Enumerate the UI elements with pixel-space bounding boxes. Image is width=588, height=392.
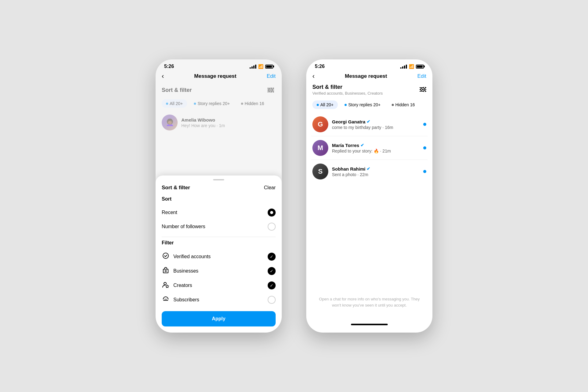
filter-businesses-row[interactable]: Businesses ✓ [162,264,276,278]
filter-verified-check[interactable]: ✓ [268,253,276,261]
svg-rect-7 [163,269,168,273]
message-item-sobhan[interactable]: S Sobhan Rahimi ✔ Sent a photo · 22m [311,160,428,183]
msg-preview-georgi: come to my birthday party · 16m [332,125,420,130]
svg-point-9 [164,282,166,285]
filter-sliders-icon-right [420,87,426,92]
svg-point-15 [424,90,425,92]
sf-subtitle-right: Verified accounts, Businesses, Creators [312,91,383,96]
tab-all-right[interactable]: All 20+ [312,100,338,109]
sheet-header: Sort & filter Clear [162,185,276,191]
nav-title-left: Message request [194,73,236,79]
svg-point-5 [271,91,273,92]
verified-badge-maria: ✔ [360,143,364,148]
tab-label-story-left: Story replies 20+ [198,101,230,106]
message-item-amelia[interactable]: 👩🏾‍🦱 Amelia Wibowo Hey! How are you · 1m [162,111,276,134]
battery-icon-left [265,65,273,69]
nav-title-right: Message request [345,73,387,79]
sort-followers-label: Number of followers [162,224,205,229]
msg-body-maria: María Torres ✔ Replied to your story: 🔥 … [332,143,420,153]
tab-label-hidden-right: Hidden 16 [395,102,415,107]
apply-button[interactable]: Apply [162,311,276,326]
filter-businesses-label: Businesses [162,267,198,275]
nav-bar-left: ‹ Message request Edit [156,71,282,83]
filter-icon-btn-left[interactable] [266,85,276,95]
tab-story-left[interactable]: Story replies 20+ [190,99,234,108]
unread-dot-maria [423,146,426,149]
tab-dot-all-right [317,104,319,106]
status-icons-left: 📶 [250,64,273,69]
svg-point-13 [424,87,425,89]
svg-point-14 [420,89,422,90]
filter-section-label: Filter [162,240,276,246]
left-phone: 5:26 📶 ‹ Message request Edit Sort & fil… [156,59,282,333]
home-bar-right [351,324,388,325]
back-button-right[interactable]: ‹ [312,72,315,80]
wifi-icon-right: 📶 [409,64,414,69]
svg-rect-8 [165,270,166,272]
subscribers-icon [162,296,170,304]
sort-recent-label: Recent [162,210,177,215]
tab-all-left[interactable]: All 20+ [162,99,187,108]
main-content-left: Sort & filter All 20+ Story replies 2 [156,83,282,134]
creators-icon [162,281,170,289]
sort-filter-section-right: Sort & filter Verified accounts, Busines… [306,83,432,98]
filter-creators-row[interactable]: Creators ✓ [162,278,276,292]
edit-button-right[interactable]: Edit [417,73,426,79]
tab-label-all-left: All 20+ [170,101,183,106]
sf-text-group: Sort & filter Verified accounts, Busines… [312,84,383,96]
filter-icon-right[interactable] [420,86,426,93]
msg-preview-amelia: Hey! How are you · 1m [181,123,276,128]
tab-dot-hidden-right [392,104,394,106]
avatar-amelia: 👩🏾‍🦱 [162,115,178,130]
unread-dot-sobhan [423,170,426,173]
sort-section-label: Sort [162,196,276,202]
verified-icon [162,252,170,261]
svg-point-6 [163,253,168,258]
sort-recent-row[interactable]: Recent [162,205,276,220]
avatar-georgi: G [312,116,328,132]
sf-title-right: Sort & filter [312,84,383,90]
msg-body-sobhan: Sobhan Rahimi ✔ Sent a photo · 22m [332,166,420,177]
tab-hidden-right[interactable]: Hidden 16 [387,100,419,109]
filter-creators-label: Creators [162,281,192,289]
tab-hidden-left[interactable]: Hidden 16 [237,99,269,108]
battery-icon-right [416,65,424,69]
back-button-left[interactable]: ‹ [162,72,164,80]
tab-dot-story-right [345,104,347,106]
msg-name-georgi: Georgi Ganatra ✔ [332,119,420,124]
msg-preview-sobhan: Sent a photo · 22m [332,172,420,177]
clear-button[interactable]: Clear [264,185,276,190]
msg-name-amelia: Amelia Wibowo [181,117,276,123]
message-item-georgi[interactable]: G Georgi Ganatra ✔ come to my birthday p… [311,113,428,136]
sf-row: Sort & filter Verified accounts, Busines… [312,84,426,96]
msg-name-maria: María Torres ✔ [332,143,420,148]
sort-followers-radio[interactable] [268,223,276,231]
tab-story-right[interactable]: Story replies 20+ [340,100,385,109]
sort-recent-radio[interactable] [268,209,276,217]
msg-name-sobhan: Sobhan Rahimi ✔ [332,166,420,172]
svg-point-4 [268,89,270,91]
bottom-sheet: Sort & filter Clear Sort Recent Number o… [156,175,282,333]
status-bar-left: 5:26 📶 [156,59,282,71]
message-list-right: G Georgi Ganatra ✔ come to my birthday p… [306,113,432,183]
status-time-right: 5:26 [315,64,325,69]
filter-verified-row[interactable]: Verified accounts ✓ [162,249,276,264]
filter-businesses-check[interactable]: ✓ [268,267,276,275]
edit-button-left[interactable]: Edit [267,73,276,79]
avatar-sobhan: S [312,164,328,179]
sort-filter-title-left: Sort & filter [162,87,192,93]
signal-icon-right [400,65,407,69]
sheet-handle [213,179,224,180]
sheet-title: Sort & filter [162,185,190,191]
tabs-row-right: All 20+ Story replies 20+ Hidden 16 [306,98,432,113]
filter-creators-check[interactable]: ✓ [268,281,276,289]
filter-subscribers-row[interactable]: Subscribers [162,292,276,307]
sort-followers-row[interactable]: Number of followers [162,220,276,234]
message-item-maria[interactable]: M María Torres ✔ Replied to your story: … [311,136,428,160]
msg-info-amelia: Amelia Wibowo Hey! How are you · 1m [181,117,276,128]
tab-dot-all-left [166,103,168,105]
status-bar-right: 5:26 📶 [306,59,432,71]
footer-note: Open a chat for more info on who's messa… [306,290,432,314]
sort-filter-header-left: Sort & filter [162,83,276,98]
filter-subscribers-check[interactable] [268,296,276,304]
